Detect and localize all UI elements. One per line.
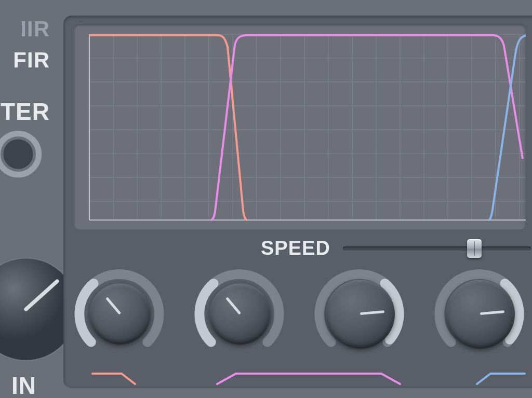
filter-mode-iir[interactable]: IIR xyxy=(0,17,50,42)
svg-point-1 xyxy=(3,139,33,169)
speed-slider-track xyxy=(343,246,531,251)
band2-low-knob[interactable] xyxy=(191,265,288,363)
band-shape-icons xyxy=(75,372,532,386)
band-knob-row xyxy=(71,265,528,374)
filter-mode-fir[interactable]: FIR xyxy=(0,48,50,73)
ter-knob[interactable] xyxy=(0,126,47,185)
speed-slider[interactable] xyxy=(343,241,531,255)
crossover-graph[interactable] xyxy=(74,24,526,229)
band2-curve[interactable] xyxy=(211,35,523,220)
band1-freq-knob[interactable] xyxy=(71,265,168,363)
gain-label-in: IN xyxy=(0,372,36,398)
crossover-panel: SPEED xyxy=(63,16,532,388)
section-label-ter: TER xyxy=(0,98,50,126)
band1-shape-icon xyxy=(90,372,137,386)
band3-freq-knob[interactable] xyxy=(431,265,528,363)
band2-shape-icon xyxy=(215,372,402,386)
band3-shape-icon xyxy=(475,372,527,386)
band2-high-knob[interactable] xyxy=(311,265,408,363)
speed-label: SPEED xyxy=(261,237,330,259)
speed-slider-thumb[interactable] xyxy=(467,239,482,258)
